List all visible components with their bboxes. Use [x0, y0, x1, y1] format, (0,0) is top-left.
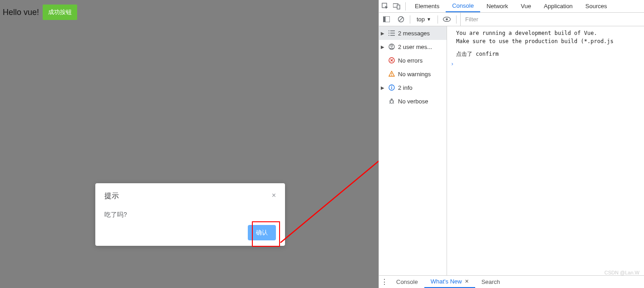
divider — [405, 2, 406, 10]
filter-input[interactable] — [460, 13, 644, 26]
svg-line-35 — [393, 103, 394, 103]
drawer-tab-label: Search — [482, 278, 500, 285]
expand-icon: ▶ — [381, 44, 385, 49]
sidebar-verbose[interactable]: No verbose — [379, 94, 447, 108]
sidebar-errors[interactable]: No errors — [379, 54, 447, 67]
close-icon[interactable]: ✕ — [465, 278, 469, 284]
expand-icon: ▶ — [381, 85, 385, 90]
console-output[interactable]: You are running a development build of V… — [447, 26, 644, 275]
list-icon — [388, 30, 395, 36]
devtools-panel: Elements Console Network Vue Application… — [379, 0, 644, 288]
close-icon[interactable]: × — [272, 191, 276, 200]
console-line: Make sure to use the production build (*… — [448, 37, 644, 48]
svg-rect-7 — [383, 17, 385, 22]
bug-icon — [388, 98, 395, 104]
success-button[interactable]: 成功按钮 — [43, 5, 77, 20]
vue-app-panel: Hello vue! 成功按钮 提示 × 吃了吗? 确认 — [0, 0, 379, 288]
sidebar-user-messages[interactable]: ▶ 2 user mes... — [379, 40, 447, 54]
tab-network[interactable]: Network — [480, 0, 515, 12]
sidebar-text: No warnings — [398, 71, 431, 78]
divider — [456, 15, 457, 24]
devtools-tabs: Elements Console Network Vue Application… — [379, 0, 644, 13]
chevron-down-icon: ▼ — [427, 17, 431, 22]
clear-console-icon[interactable] — [395, 16, 406, 23]
svg-point-24 — [391, 75, 392, 76]
sidebar-text: No verbose — [398, 98, 428, 105]
user-icon — [388, 44, 395, 50]
sidebar-text: 2 info — [398, 84, 413, 91]
console-body: ▶ 2 messages ▶ 2 user mes... No errors — [379, 26, 644, 275]
drawer-tab-search[interactable]: Search — [475, 278, 506, 285]
modal-footer: 确认 — [248, 225, 276, 240]
console-toolbar: top ▼ — [379, 13, 644, 26]
drawer-tab-label: Console — [396, 278, 418, 285]
expand-icon: ▶ — [381, 31, 385, 36]
app-header: Hello vue! 成功按钮 — [0, 0, 379, 24]
drawer-tab-label: What's New — [431, 278, 462, 285]
live-expression-icon[interactable] — [442, 17, 452, 22]
drawer-menu-icon[interactable]: ⋮ — [379, 278, 390, 286]
tab-vue[interactable]: Vue — [515, 0, 538, 12]
tab-elements[interactable]: Elements — [408, 0, 446, 12]
inspect-icon[interactable] — [379, 3, 391, 10]
svg-point-11 — [446, 18, 448, 20]
console-line: 点击了 confirm — [448, 50, 644, 61]
svg-line-9 — [399, 17, 403, 21]
sidebar-messages[interactable]: ▶ 2 messages — [379, 26, 447, 40]
sidebar-text: No errors — [398, 57, 423, 64]
device-toggle-icon[interactable] — [391, 3, 403, 10]
info-icon — [388, 84, 395, 91]
hello-text: Hello vue! — [3, 8, 39, 17]
modal-body: 吃了吗? — [104, 211, 276, 219]
watermark: CSDN @Lan.W — [605, 270, 639, 275]
sidebar-text: 2 messages — [398, 30, 430, 37]
sidebar-info[interactable]: ▶ 2 info — [379, 81, 447, 94]
sidebar-warnings[interactable]: No warnings — [379, 67, 447, 81]
svg-rect-4 — [397, 5, 400, 9]
sidebar-text: 2 user mes... — [398, 44, 432, 50]
devtools-drawer: ⋮ Console What's New ✕ Search — [379, 275, 644, 288]
scope-label: top — [417, 16, 425, 23]
svg-line-34 — [389, 103, 390, 103]
svg-point-19 — [391, 45, 393, 47]
svg-point-26 — [391, 86, 392, 87]
modal-dialog: 提示 × 吃了吗? 确认 — [95, 183, 285, 246]
modal-title: 提示 — [104, 191, 276, 201]
sidebar-toggle-icon[interactable] — [381, 16, 392, 22]
tab-sources[interactable]: Sources — [579, 0, 614, 12]
confirm-button[interactable]: 确认 — [248, 225, 276, 240]
tab-application[interactable]: Application — [537, 0, 579, 12]
divider — [410, 15, 410, 24]
drawer-tab-console[interactable]: Console — [390, 278, 424, 285]
warning-icon — [388, 71, 395, 77]
tab-console[interactable]: Console — [446, 0, 480, 12]
divider — [438, 15, 438, 24]
scope-selector[interactable]: top ▼ — [414, 16, 434, 23]
error-icon — [388, 57, 395, 63]
console-sidebar: ▶ 2 messages ▶ 2 user mes... No errors — [379, 26, 447, 275]
drawer-tab-whatsnew[interactable]: What's New ✕ — [424, 276, 475, 288]
console-prompt-icon[interactable]: › — [448, 61, 644, 67]
